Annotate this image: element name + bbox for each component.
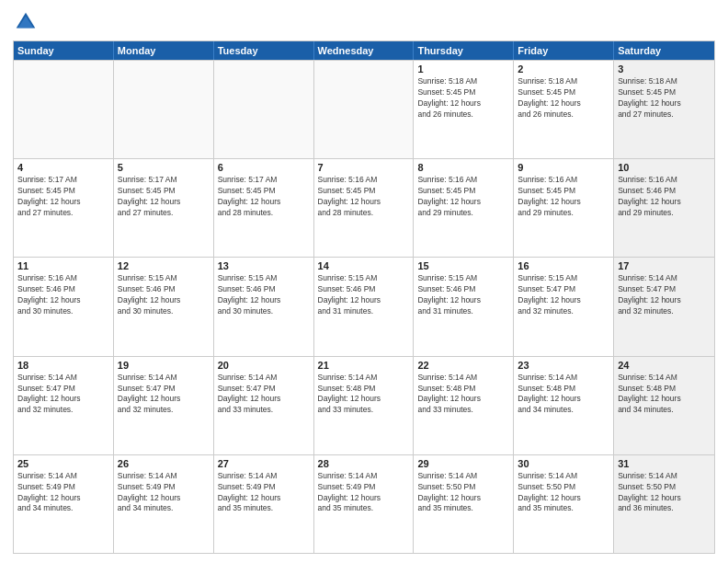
- cell-info: Sunrise: 5:14 AMSunset: 5:50 PMDaylight:…: [417, 471, 509, 515]
- cell-info: Sunrise: 5:14 AMSunset: 5:47 PMDaylight:…: [618, 273, 711, 317]
- header-day-friday: Friday: [514, 41, 614, 60]
- calendar-cell: 17Sunrise: 5:14 AMSunset: 5:47 PMDayligh…: [614, 258, 714, 355]
- day-number: 14: [318, 260, 410, 271]
- calendar-cell: 3Sunrise: 5:18 AMSunset: 5:45 PMDaylight…: [614, 61, 714, 158]
- day-number: 31: [618, 458, 711, 469]
- cell-info: Sunrise: 5:15 AMSunset: 5:47 PMDaylight:…: [518, 273, 609, 317]
- calendar-cell: 2Sunrise: 5:18 AMSunset: 5:45 PMDaylight…: [514, 61, 614, 158]
- cell-info: Sunrise: 5:18 AMSunset: 5:45 PMDaylight:…: [417, 76, 509, 121]
- day-number: 7: [318, 162, 410, 173]
- cell-info: Sunrise: 5:17 AMSunset: 5:45 PMDaylight:…: [218, 175, 310, 219]
- day-number: 18: [17, 360, 109, 371]
- calendar-week-5: 25Sunrise: 5:14 AMSunset: 5:49 PMDayligh…: [14, 454, 714, 553]
- day-number: 26: [118, 458, 210, 469]
- page-container: SundayMondayTuesdayWednesdayThursdayFrid…: [0, 0, 728, 563]
- calendar-cell: 21Sunrise: 5:14 AMSunset: 5:48 PMDayligh…: [314, 357, 415, 454]
- cell-info: Sunrise: 5:14 AMSunset: 5:49 PMDaylight:…: [318, 471, 410, 515]
- calendar-cell: 1Sunrise: 5:18 AMSunset: 5:45 PMDaylight…: [414, 61, 514, 158]
- calendar-cell: 9Sunrise: 5:16 AMSunset: 5:45 PMDaylight…: [514, 159, 614, 257]
- day-number: 17: [618, 260, 711, 271]
- calendar-cell: [114, 61, 214, 158]
- calendar-cell: 12Sunrise: 5:15 AMSunset: 5:46 PMDayligh…: [114, 258, 214, 355]
- cell-info: Sunrise: 5:14 AMSunset: 5:49 PMDaylight:…: [218, 471, 310, 515]
- day-number: 16: [518, 260, 609, 271]
- day-number: 6: [218, 162, 310, 173]
- calendar-cell: 4Sunrise: 5:17 AMSunset: 5:45 PMDaylight…: [14, 159, 114, 257]
- day-number: 20: [218, 360, 310, 371]
- cell-info: Sunrise: 5:16 AMSunset: 5:46 PMDaylight:…: [618, 175, 711, 219]
- cell-info: Sunrise: 5:17 AMSunset: 5:45 PMDaylight:…: [118, 175, 210, 219]
- header-day-monday: Monday: [114, 41, 214, 60]
- day-number: 28: [318, 458, 410, 469]
- calendar-week-4: 18Sunrise: 5:14 AMSunset: 5:47 PMDayligh…: [14, 356, 714, 454]
- day-number: 5: [118, 162, 210, 173]
- cell-info: Sunrise: 5:15 AMSunset: 5:46 PMDaylight:…: [318, 273, 410, 317]
- day-number: 10: [618, 162, 711, 173]
- cell-info: Sunrise: 5:17 AMSunset: 5:45 PMDaylight:…: [17, 175, 109, 219]
- calendar-cell: 10Sunrise: 5:16 AMSunset: 5:46 PMDayligh…: [614, 159, 714, 257]
- header-day-wednesday: Wednesday: [314, 41, 415, 60]
- day-number: 3: [618, 63, 711, 75]
- day-number: 13: [218, 260, 310, 271]
- calendar-cell: 8Sunrise: 5:16 AMSunset: 5:45 PMDaylight…: [414, 159, 514, 257]
- calendar-cell: 20Sunrise: 5:14 AMSunset: 5:47 PMDayligh…: [214, 357, 314, 454]
- cell-info: Sunrise: 5:14 AMSunset: 5:50 PMDaylight:…: [618, 471, 711, 515]
- cell-info: Sunrise: 5:18 AMSunset: 5:45 PMDaylight:…: [618, 76, 711, 121]
- day-number: 23: [518, 360, 609, 371]
- calendar-cell: 6Sunrise: 5:17 AMSunset: 5:45 PMDaylight…: [214, 159, 314, 257]
- calendar-cell: 24Sunrise: 5:14 AMSunset: 5:48 PMDayligh…: [614, 357, 714, 454]
- cell-info: Sunrise: 5:14 AMSunset: 5:47 PMDaylight:…: [118, 373, 210, 417]
- calendar-header: SundayMondayTuesdayWednesdayThursdayFrid…: [14, 41, 714, 60]
- calendar-body: 1Sunrise: 5:18 AMSunset: 5:45 PMDaylight…: [14, 60, 714, 553]
- cell-info: Sunrise: 5:14 AMSunset: 5:47 PMDaylight:…: [218, 373, 310, 417]
- calendar-cell: 7Sunrise: 5:16 AMSunset: 5:45 PMDaylight…: [314, 159, 415, 257]
- day-number: 11: [17, 260, 109, 271]
- cell-info: Sunrise: 5:15 AMSunset: 5:46 PMDaylight:…: [218, 273, 310, 317]
- header-day-sunday: Sunday: [14, 41, 114, 60]
- cell-info: Sunrise: 5:16 AMSunset: 5:45 PMDaylight:…: [318, 175, 410, 219]
- calendar-cell: 29Sunrise: 5:14 AMSunset: 5:50 PMDayligh…: [414, 455, 514, 553]
- header: [13, 9, 715, 35]
- day-number: 30: [518, 458, 609, 469]
- header-day-thursday: Thursday: [414, 41, 514, 60]
- header-day-tuesday: Tuesday: [214, 41, 314, 60]
- calendar-cell: 15Sunrise: 5:15 AMSunset: 5:46 PMDayligh…: [414, 258, 514, 355]
- cell-info: Sunrise: 5:14 AMSunset: 5:48 PMDaylight:…: [618, 373, 711, 417]
- calendar-cell: 16Sunrise: 5:15 AMSunset: 5:47 PMDayligh…: [514, 258, 614, 355]
- day-number: 21: [318, 360, 410, 371]
- day-number: 4: [17, 162, 109, 173]
- calendar-cell: 31Sunrise: 5:14 AMSunset: 5:50 PMDayligh…: [614, 455, 714, 553]
- calendar-week-3: 11Sunrise: 5:16 AMSunset: 5:46 PMDayligh…: [14, 257, 714, 355]
- calendar-cell: 18Sunrise: 5:14 AMSunset: 5:47 PMDayligh…: [14, 357, 114, 454]
- day-number: 2: [518, 63, 609, 75]
- day-number: 24: [618, 360, 711, 371]
- cell-info: Sunrise: 5:14 AMSunset: 5:49 PMDaylight:…: [118, 471, 210, 515]
- day-number: 22: [417, 360, 509, 371]
- calendar-week-1: 1Sunrise: 5:18 AMSunset: 5:45 PMDaylight…: [14, 60, 714, 158]
- day-number: 29: [417, 458, 509, 469]
- header-day-saturday: Saturday: [614, 41, 714, 60]
- logo-icon: [13, 9, 39, 35]
- cell-info: Sunrise: 5:16 AMSunset: 5:45 PMDaylight:…: [417, 175, 509, 219]
- cell-info: Sunrise: 5:15 AMSunset: 5:46 PMDaylight:…: [118, 273, 210, 317]
- calendar-cell: 26Sunrise: 5:14 AMSunset: 5:49 PMDayligh…: [114, 455, 214, 553]
- cell-info: Sunrise: 5:14 AMSunset: 5:48 PMDaylight:…: [518, 373, 609, 417]
- cell-info: Sunrise: 5:16 AMSunset: 5:45 PMDaylight:…: [518, 175, 609, 219]
- day-number: 8: [417, 162, 509, 173]
- calendar-cell: 22Sunrise: 5:14 AMSunset: 5:48 PMDayligh…: [414, 357, 514, 454]
- day-number: 15: [417, 260, 509, 271]
- day-number: 9: [518, 162, 609, 173]
- calendar-cell: [214, 61, 314, 158]
- calendar-cell: 30Sunrise: 5:14 AMSunset: 5:50 PMDayligh…: [514, 455, 614, 553]
- day-number: 19: [118, 360, 210, 371]
- calendar-cell: 23Sunrise: 5:14 AMSunset: 5:48 PMDayligh…: [514, 357, 614, 454]
- calendar-cell: 14Sunrise: 5:15 AMSunset: 5:46 PMDayligh…: [314, 258, 415, 355]
- calendar-cell: 19Sunrise: 5:14 AMSunset: 5:47 PMDayligh…: [114, 357, 214, 454]
- calendar-cell: [14, 61, 114, 158]
- cell-info: Sunrise: 5:14 AMSunset: 5:48 PMDaylight:…: [318, 373, 410, 417]
- day-number: 12: [118, 260, 210, 271]
- cell-info: Sunrise: 5:14 AMSunset: 5:48 PMDaylight:…: [417, 373, 509, 417]
- calendar-cell: 5Sunrise: 5:17 AMSunset: 5:45 PMDaylight…: [114, 159, 214, 257]
- calendar-cell: 25Sunrise: 5:14 AMSunset: 5:49 PMDayligh…: [14, 455, 114, 553]
- logo: [13, 9, 40, 35]
